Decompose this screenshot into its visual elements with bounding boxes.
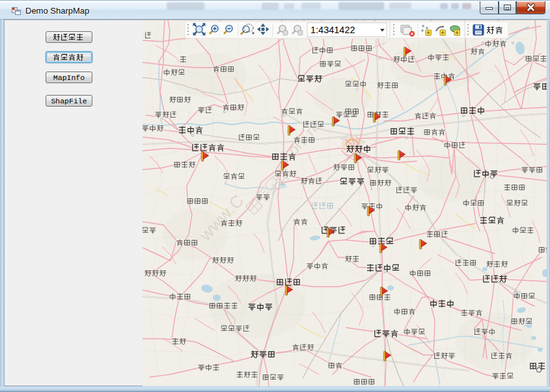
svg-text:1:4341422: 1:4341422	[310, 25, 355, 35]
